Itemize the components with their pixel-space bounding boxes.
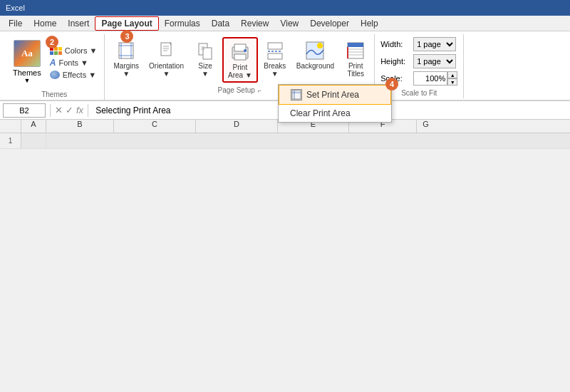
themes-group-label: Themes bbox=[4, 91, 104, 98]
clear-print-area-label: Clear Print Area bbox=[290, 108, 351, 118]
name-box[interactable] bbox=[3, 103, 46, 118]
breaks-icon bbox=[264, 39, 286, 62]
background-button[interactable]: Background bbox=[292, 37, 338, 72]
size-button[interactable]: Size▼ bbox=[190, 37, 221, 80]
set-print-area-item[interactable]: Set Print Area bbox=[279, 85, 391, 105]
corner-cell bbox=[0, 120, 21, 133]
title-text: Excel bbox=[6, 4, 25, 12]
print-titles-button[interactable]: PrintTitles bbox=[340, 37, 371, 80]
cancel-icon[interactable]: ✕ bbox=[55, 105, 63, 115]
scale-up-button[interactable]: ▲ bbox=[447, 71, 457, 78]
col-header-b[interactable]: B bbox=[46, 120, 114, 133]
formula-sep2 bbox=[88, 104, 88, 117]
themes-button[interactable]: Aa Themes ▼ bbox=[7, 37, 47, 87]
effects-button[interactable]: Effects ▼ bbox=[47, 70, 100, 80]
col-header-a[interactable]: A bbox=[21, 120, 46, 133]
set-print-area-label: Set Print Area bbox=[306, 90, 359, 100]
background-label: Background bbox=[296, 62, 334, 70]
svg-rect-20 bbox=[268, 53, 282, 59]
badge-4: 4 bbox=[385, 78, 398, 91]
fonts-button[interactable]: A Fonts ▼ bbox=[47, 57, 100, 68]
col-header-d[interactable]: D bbox=[196, 120, 278, 133]
size-icon bbox=[194, 39, 217, 62]
title-bar: Excel bbox=[0, 0, 570, 16]
menu-help[interactable]: Help bbox=[355, 17, 384, 30]
print-area-button[interactable]: PrintArea ▼ 3 bbox=[222, 37, 258, 83]
svg-rect-16 bbox=[234, 54, 246, 60]
print-titles-icon bbox=[344, 39, 367, 62]
height-select[interactable]: 1 page bbox=[413, 54, 456, 68]
row-num-1: 1 bbox=[0, 133, 21, 149]
effects-label: Effects ▼ bbox=[63, 71, 96, 79]
menu-page-layout[interactable]: Page Layout bbox=[95, 16, 158, 31]
height-row: Height: 1 page bbox=[380, 54, 457, 68]
col-header-g[interactable]: G bbox=[417, 120, 435, 133]
print-titles-label: PrintTitles bbox=[347, 62, 364, 78]
effects-icon bbox=[50, 71, 60, 79]
formula-separator bbox=[50, 104, 51, 117]
svg-rect-29 bbox=[292, 91, 301, 99]
fx-icon[interactable]: fx bbox=[76, 105, 83, 115]
scale-input[interactable] bbox=[413, 71, 447, 86]
svg-point-22 bbox=[317, 43, 323, 48]
menu-bar: File Home Insert Page Layout Formulas Da… bbox=[0, 16, 570, 31]
row-numbers: 1 2 3 4 5 6 7 8 9 10 11 12 bbox=[0, 133, 21, 149]
menu-file[interactable]: File bbox=[3, 17, 28, 30]
svg-rect-5 bbox=[161, 43, 171, 56]
margins-label: Margins▼ bbox=[113, 62, 139, 78]
margins-button[interactable]: Margins▼ bbox=[109, 37, 143, 80]
size-label: Size▼ bbox=[198, 62, 212, 78]
menu-review[interactable]: Review bbox=[235, 17, 274, 30]
scale-down-button[interactable]: ▼ bbox=[447, 78, 457, 86]
badge-2: 2 bbox=[46, 36, 58, 48]
clear-print-area-item[interactable]: Clear Print Area bbox=[279, 105, 391, 122]
col-header-c[interactable]: C bbox=[114, 120, 196, 133]
confirm-icon[interactable]: ✓ bbox=[66, 105, 73, 115]
width-select[interactable]: 1 page bbox=[413, 37, 456, 51]
width-row: Width: 1 page bbox=[380, 37, 457, 51]
set-print-area-icon bbox=[291, 89, 302, 100]
table-row: 1 bbox=[0, 133, 570, 149]
height-label: Height: bbox=[380, 57, 410, 66]
print-area-label: PrintArea ▼ bbox=[228, 63, 252, 79]
breaks-button[interactable]: Breaks▼ bbox=[259, 37, 291, 80]
menu-formulas[interactable]: Formulas bbox=[159, 17, 206, 30]
svg-rect-24 bbox=[348, 43, 363, 47]
orientation-button[interactable]: Orientation▼ bbox=[145, 37, 188, 80]
cell-b1[interactable] bbox=[46, 133, 570, 148]
formula-icons: ✕ ✓ fx bbox=[55, 105, 83, 115]
menu-data[interactable]: Data bbox=[206, 17, 235, 30]
print-area-icon bbox=[229, 41, 252, 63]
background-icon bbox=[304, 39, 326, 62]
svg-rect-18 bbox=[268, 43, 282, 49]
orientation-icon bbox=[155, 39, 178, 62]
width-label: Width: bbox=[380, 40, 410, 48]
colors-label: Colors ▼ bbox=[65, 46, 98, 55]
themes-arrow: ▼ bbox=[24, 77, 30, 84]
menu-view[interactable]: View bbox=[274, 17, 304, 30]
menu-developer[interactable]: Developer bbox=[304, 17, 355, 30]
svg-point-17 bbox=[244, 49, 247, 52]
menu-insert[interactable]: Insert bbox=[62, 17, 95, 30]
print-area-dropdown: Set Print Area Clear Print Area 4 bbox=[278, 84, 392, 123]
fonts-icon: A bbox=[50, 58, 56, 68]
orientation-label: Orientation▼ bbox=[149, 62, 184, 78]
fonts-label: Fonts ▼ bbox=[58, 58, 88, 67]
themes-label: Themes bbox=[13, 68, 41, 77]
cell-a1[interactable] bbox=[21, 133, 46, 148]
breaks-label: Breaks▼ bbox=[264, 62, 286, 78]
menu-home[interactable]: Home bbox=[28, 17, 62, 30]
